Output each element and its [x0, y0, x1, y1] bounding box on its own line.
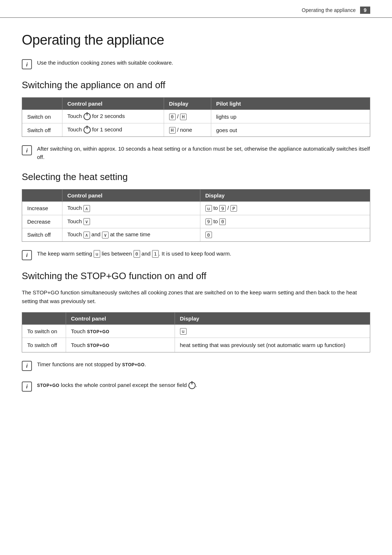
control-cell: Touch ∧ and ∨ at the same time — [62, 228, 200, 241]
col-control-panel-1: Control panel — [62, 98, 164, 110]
chevron-down-symbol2: ∨ — [102, 232, 109, 238]
control-cell: Touch STOP+GO — [66, 325, 175, 338]
display-symbol-h2: H — [169, 127, 176, 134]
action-cell: To switch on — [22, 325, 66, 338]
info-text-1: Use the induction cooking zones with sui… — [37, 59, 173, 67]
section1-table-wrapper: Control panel Display Pilot light Switch… — [22, 97, 370, 137]
info-box-5: i STOP+GO locks the whole control panel … — [22, 381, 370, 392]
display-symbol-0: 0 — [169, 114, 176, 120]
page-header: Operating the appliance 9 — [0, 0, 392, 18]
chevron-down-symbol: ∨ — [83, 218, 90, 225]
disp-9: 9 — [219, 205, 226, 212]
control-cell: Touch ∨ — [62, 215, 200, 228]
section3-table: Control panel Display To switch on Touch… — [22, 313, 370, 352]
display-cell: 0 — [200, 228, 370, 241]
disp-0: 0 — [219, 219, 226, 225]
section3-para: The STOP+GO function simultaneously swit… — [22, 288, 370, 306]
display-cell: 9 to 0 — [200, 215, 370, 228]
col-empty-1 — [22, 98, 62, 110]
control-cell: Touch STOP+GO — [66, 338, 175, 352]
header-section-label: Operating the appliance — [302, 7, 356, 13]
disp-u: u — [205, 205, 212, 212]
table-row: Decrease Touch ∨ 9 to 0 — [22, 215, 370, 228]
stopgo-label-note2: STOP+GO — [37, 383, 60, 388]
keep-warm-sym: u — [94, 250, 100, 258]
info-box-3: i The keep warm setting u lies between 0… — [22, 250, 370, 260]
col-display-1: Display — [164, 98, 211, 110]
disp-p: P — [230, 205, 237, 212]
main-content: Operating the appliance i Use the induct… — [0, 18, 392, 416]
one-sym: 1 — [152, 250, 159, 258]
action-cell: To switch off — [22, 338, 66, 352]
col-control-panel-3: Control panel — [66, 313, 175, 325]
info-box-2: i After switching on, within approx. 10 … — [22, 145, 370, 161]
action-cell: Increase — [22, 202, 62, 215]
action-cell: Switch off — [22, 228, 62, 241]
action-cell: Switch on — [22, 110, 62, 123]
section2-table-wrapper: Control panel Display Increase Touch ∧ u… — [22, 189, 370, 242]
col-empty-3 — [22, 313, 66, 325]
section3-heading: Switching the STOP+GO function on and of… — [22, 270, 370, 282]
section1-heading: Switching the appliance on and off — [22, 79, 370, 91]
chevron-up-symbol2: ∧ — [83, 232, 90, 238]
power-icon-note — [188, 382, 196, 389]
info-icon-2: i — [22, 145, 32, 155]
action-cell: Switch off — [22, 123, 62, 137]
pilot-cell: lights up — [211, 110, 370, 123]
table-row: Increase Touch ∧ u to 9 / P — [22, 202, 370, 215]
display-cell: H / none — [164, 123, 211, 137]
info-text-5: STOP+GO locks the whole control panel ex… — [37, 381, 197, 389]
power-icon-on — [83, 113, 91, 120]
display-symbol-h: H — [180, 114, 187, 120]
power-icon-off — [83, 126, 91, 134]
stopgo-label-off: STOP+GO — [87, 343, 110, 348]
section1-table: Control panel Display Pilot light Switch… — [22, 98, 370, 136]
table-row: Switch off Touch ∧ and ∨ at the same tim… — [22, 228, 370, 241]
page-number: 9 — [360, 7, 370, 14]
col-pilot-1: Pilot light — [211, 98, 370, 110]
bottom-notes: i Timer functions are not stopped by STO… — [22, 360, 370, 392]
stopgo-label-on: STOP+GO — [87, 329, 110, 334]
info-icon-1: i — [22, 59, 32, 69]
control-cell: Touch for 2 seconds — [62, 110, 164, 123]
pilot-cell: goes out — [211, 123, 370, 137]
page-container: Operating the appliance 9 Operating the … — [0, 0, 392, 555]
disp-9b: 9 — [205, 219, 212, 225]
zero-sym: 0 — [134, 250, 140, 258]
control-cell: Touch ∧ — [62, 202, 200, 215]
section3-table-wrapper: Control panel Display To switch on Touch… — [22, 312, 370, 352]
info-text-4: Timer functions are not stopped by STOP+… — [37, 360, 146, 369]
display-cell: 0 / H — [164, 110, 211, 123]
info-box-1: i Use the induction cooking zones with s… — [22, 59, 370, 69]
info-box-4: i Timer functions are not stopped by STO… — [22, 360, 370, 371]
stopgo-label-note1: STOP+GO — [122, 362, 145, 367]
info-icon-3: i — [22, 250, 32, 260]
info-text-2: After switching on, within approx. 10 se… — [37, 145, 370, 161]
disp-0b: 0 — [205, 232, 212, 238]
col-control-panel-2: Control panel — [62, 189, 200, 202]
section2-heading: Selecting the heat setting — [22, 171, 370, 183]
display-cell: heat setting that was previously set (no… — [175, 338, 370, 352]
display-cell: u to 9 / P — [200, 202, 370, 215]
table-row: To switch on Touch STOP+GO u — [22, 325, 370, 338]
table-row: Switch on Touch for 2 seconds 0 / H ligh… — [22, 110, 370, 123]
info-icon-5: i — [22, 381, 32, 392]
display-cell: u — [175, 325, 370, 338]
disp-u2: u — [180, 328, 187, 335]
header-text: Operating the appliance 9 — [302, 7, 370, 14]
chevron-up-symbol: ∧ — [83, 205, 90, 212]
info-text-3: The keep warm setting u lies between 0 a… — [37, 250, 231, 258]
col-display-3: Display — [175, 313, 370, 325]
action-cell: Decrease — [22, 215, 62, 228]
col-display-2: Display — [200, 189, 370, 202]
info-icon-4: i — [22, 361, 32, 371]
section2-table: Control panel Display Increase Touch ∧ u… — [22, 189, 370, 241]
table-row: To switch off Touch STOP+GO heat setting… — [22, 338, 370, 352]
table-row: Switch off Touch for 1 second H / none g… — [22, 123, 370, 137]
col-empty-2 — [22, 189, 62, 202]
control-cell: Touch for 1 second — [62, 123, 164, 137]
page-title: Operating the appliance — [22, 32, 370, 48]
